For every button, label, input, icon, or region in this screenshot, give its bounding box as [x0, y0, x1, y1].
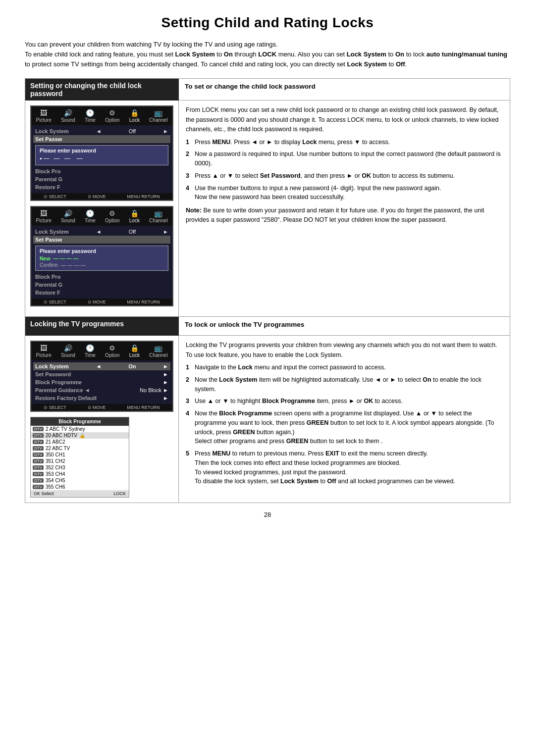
section2-right-header: To lock or unlock the TV programmes: [185, 321, 504, 328]
tab3-channel: 📺Channel: [147, 343, 169, 359]
intro-text: You can prevent your children from watch…: [25, 40, 510, 69]
tv-menu-2: 🖼Picture 🔊Sound 🕐Time ⚙Option 🔒Lock 📺Cha…: [30, 206, 173, 306]
section1-right-col: From LOCK menu you can set a new child l…: [179, 101, 510, 316]
tab-picture: 🖼Picture: [34, 108, 54, 124]
tab3-lock: 🔒Lock: [127, 343, 142, 359]
dtv-badge: DTV: [33, 446, 44, 451]
dtv-badge: DTV: [33, 478, 44, 483]
tv-menu-1: 🖼Picture 🔊Sound 🕐Time ⚙Option 🔒Lock 📺Cha…: [30, 105, 173, 201]
menu3-row-block-programme: Block Programme ►: [35, 378, 168, 386]
channel-row-abc2: DTV 21 ABC2: [31, 439, 129, 445]
menu1-row-parental: Parental G: [35, 175, 168, 183]
menu2-row-parental: Parental G: [35, 281, 168, 289]
dtv-badge: DTV: [33, 485, 44, 489]
new-row: New — — — —: [40, 255, 164, 261]
menu3-row-lock-system: Lock System ◄ On ►: [33, 362, 170, 370]
menu3-row-set-password: Set Password ►: [35, 370, 168, 378]
page-title: Setting Child and Rating Locks: [25, 15, 510, 31]
section2-right-header-area: To lock or unlock the TV programmes: [179, 317, 510, 336]
section2-header: Locking the TV programmes: [25, 317, 179, 336]
menu3-row-restore-factory: Restore Factory Default ►: [35, 394, 168, 402]
channel-row-350: DTV 350 CH1: [31, 452, 129, 458]
channel-row-352: DTV 352 CH3: [31, 464, 129, 471]
tv-menu-1-body: Lock System◄Off► Set Passw Please enter …: [31, 125, 172, 193]
dtv-badge: DTV: [33, 427, 44, 431]
tab2-time: 🕐Time: [83, 208, 98, 224]
section1-left-col: 🖼Picture 🔊Sound 🕐Time ⚙Option 🔒Lock 📺Cha…: [25, 101, 179, 316]
tv-menu-1-footer: ⊙ SELECT ⊙ MOVE MENU RETURN: [31, 193, 172, 200]
tab3-picture: 🖼Picture: [34, 343, 54, 359]
section1-header: Setting or changing the child lock passw…: [25, 79, 179, 101]
tv-menu-2-tabs: 🖼Picture 🔊Sound 🕐Time ⚙Option 🔒Lock 📺Cha…: [31, 207, 172, 226]
section2-right-col: Locking the TV programs prevents your ch…: [179, 336, 510, 503]
block-programme-footer: OK Select LOCK: [31, 490, 129, 497]
section1-steps: 1 Press MENU. Press ◄ or ► to display Lo…: [186, 138, 503, 202]
block-programme-list: Block Programme DTV 2 ABC TV Sydney DTV …: [30, 417, 129, 498]
channel-row-351: DTV 351 CH2: [31, 458, 129, 464]
tv-menu-3-footer: ⊙ SELECT ⊙ MOVE MENU RETURN: [31, 404, 172, 411]
tab3-time: 🕐Time: [83, 343, 98, 359]
tab3-option: ⚙Option: [103, 343, 121, 359]
tab-option: ⚙Option: [103, 108, 121, 124]
dtv-badge: DTV: [33, 440, 44, 444]
tab-lock: 🔒Lock: [127, 108, 142, 124]
channel-row-353: DTV 353 CH4: [31, 471, 129, 477]
menu1-row-set-password: Set Passw: [33, 135, 170, 143]
tab-sound: 🔊Sound: [59, 108, 77, 124]
section2-left-col: 🖼Picture 🔊Sound 🕐Time ⚙Option 🔒Lock 📺Cha…: [25, 336, 179, 503]
tab-time: 🕐Time: [83, 108, 98, 124]
section1-note: Note: Be sure to write down your passwor…: [186, 206, 503, 225]
step1-3: 3 Press ▲ or ▼ to select Set Password, a…: [186, 171, 503, 181]
menu2-row-restore: Restore F: [35, 289, 168, 297]
tv-menu-2-footer: ⊙ SELECT ⊙ MOVE MENU RETURN: [31, 299, 172, 305]
dtv-badge: DTV: [33, 433, 44, 438]
confirm-row: Confirm — — — —: [40, 262, 164, 268]
lock-icon-channel: 🔒: [79, 433, 85, 438]
menu1-row-lock-system: Lock System◄Off►: [35, 127, 168, 135]
menu1-row-restore: Restore F: [35, 183, 168, 191]
tv-menu-1-tabs: 🖼Picture 🔊Sound 🕐Time ⚙Option 🔒Lock 📺Cha…: [31, 106, 172, 125]
menu1-row-block-pro: Block Pro: [35, 167, 168, 175]
tab2-option: ⚙Option: [103, 208, 121, 224]
channel-row-354: DTV 354 CH5: [31, 477, 129, 484]
channel-row-abc-tv: DTV 22 ABC TV: [31, 445, 129, 452]
tab2-picture: 🖼Picture: [34, 208, 54, 224]
section1-right-header-area: To set or change the child lock password: [179, 79, 510, 101]
dtv-badge: DTV: [33, 459, 44, 463]
step1-4: 4 Use the number buttons to input a new …: [186, 184, 503, 202]
tv-menu-3: 🖼Picture 🔊Sound 🕐Time ⚙Option 🔒Lock 📺Cha…: [30, 341, 173, 412]
password-overlay-2: Please enter password New — — — — Confir…: [35, 246, 168, 271]
step2-5: 5 Press MENU to return to previous menu.…: [186, 449, 503, 486]
tab-channel: 📺Channel: [147, 108, 169, 124]
tab2-sound: 🔊Sound: [59, 208, 77, 224]
tv-menu-2-body: Lock System◄Off► Set Passw Please enter …: [31, 226, 172, 299]
channel-row-abc-hdtv: DTV 20 ABC HDTV 🔒: [31, 432, 129, 439]
menu3-row-parental-guidance: Parental Guidance ◄ No Block ►: [35, 386, 168, 394]
step2-1: 1 Navigate to the Lock menu and input th…: [186, 363, 503, 372]
tab3-sound: 🔊Sound: [59, 343, 77, 359]
tv-menu-3-body: Lock System ◄ On ► Set Password ► Block …: [31, 360, 172, 404]
section2-steps: 1 Navigate to the Lock menu and input th…: [186, 363, 503, 486]
block-programme-header: Block Programme: [31, 417, 129, 426]
menu2-row-block-pro: Block Pro: [35, 273, 168, 281]
channel-row-355: DTV 355 CH6: [31, 484, 129, 490]
dtv-badge: DTV: [33, 472, 44, 476]
dtv-badge: DTV: [33, 453, 44, 457]
tab2-lock: 🔒Lock: [127, 208, 142, 224]
step2-4: 4 Now the Block Programme screen opens w…: [186, 409, 503, 446]
menu2-row-set-password: Set Passw: [33, 236, 170, 244]
password-dots-1: ▪— — — —: [40, 155, 164, 162]
password-overlay-1: Please enter password ▪— — — —: [35, 145, 168, 165]
menu2-row-lock-system: Lock System◄Off►: [35, 228, 168, 236]
channel-row-abc-sydney: DTV 2 ABC TV Sydney: [31, 426, 129, 432]
step2-3: 3 Use ▲ or ▼ to highlight Block Programm…: [186, 397, 503, 406]
page-number: 28: [25, 511, 510, 518]
section2-right-text: Locking the TV programs prevents your ch…: [186, 341, 503, 360]
step1-2: 2 Now a password is required to input. U…: [186, 150, 503, 168]
step1-1: 1 Press MENU. Press ◄ or ► to display Lo…: [186, 138, 503, 147]
step2-2: 2 Now the Lock System item will be highl…: [186, 375, 503, 394]
section1-right-text: From LOCK menu you can set a new child l…: [186, 105, 503, 134]
dtv-badge: DTV: [33, 465, 44, 470]
section1-right-header: To set or change the child lock password: [185, 83, 504, 90]
tab2-channel: 📺Channel: [147, 208, 169, 224]
